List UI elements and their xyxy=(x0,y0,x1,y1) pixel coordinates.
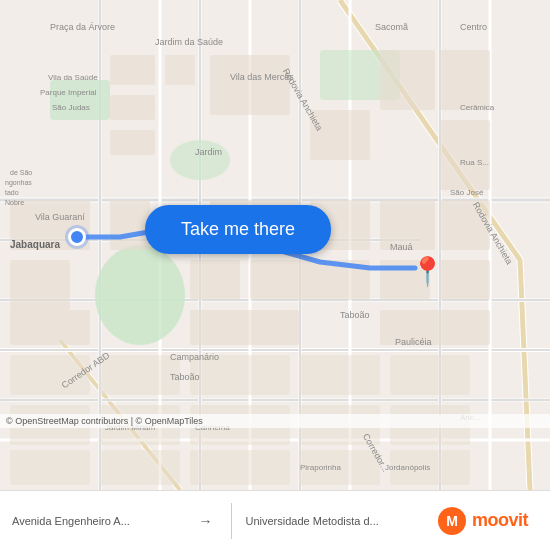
arrow-icon: → xyxy=(199,513,213,529)
origin-label: Avenida Engenheiro A... xyxy=(12,515,195,527)
svg-point-1 xyxy=(95,245,185,345)
svg-rect-13 xyxy=(440,120,490,190)
svg-rect-25 xyxy=(440,260,490,300)
svg-rect-11 xyxy=(380,50,435,110)
svg-text:Campanário: Campanário xyxy=(170,352,219,362)
destination-marker: 📍 xyxy=(410,258,445,286)
svg-text:Jordanópolis: Jordanópolis xyxy=(385,463,430,472)
svg-point-4 xyxy=(170,140,230,180)
svg-text:Piraporinha: Piraporinha xyxy=(300,463,341,472)
svg-rect-29 xyxy=(440,310,490,345)
attribution-text: © OpenStreetMap contributors | © OpenMap… xyxy=(6,416,203,426)
destination-label: Universidade Metodista d... xyxy=(246,515,429,527)
svg-text:Jardim: Jardim xyxy=(195,147,222,157)
svg-text:Nobre: Nobre xyxy=(5,199,24,206)
svg-rect-33 xyxy=(300,355,380,395)
svg-rect-6 xyxy=(165,55,195,85)
svg-text:Vila da Saúde: Vila da Saúde xyxy=(48,73,98,82)
svg-rect-7 xyxy=(110,95,155,120)
svg-text:Centro: Centro xyxy=(460,22,487,32)
footer-origin: Avenida Engenheiro A... xyxy=(12,515,195,527)
svg-text:Cerâmica: Cerâmica xyxy=(460,103,495,112)
svg-rect-22 xyxy=(250,260,310,300)
svg-text:Jardim da Saúde: Jardim da Saúde xyxy=(155,37,223,47)
moovit-logo-text: moovit xyxy=(472,510,528,531)
footer-divider xyxy=(231,503,232,539)
svg-rect-5 xyxy=(110,55,155,85)
svg-rect-18 xyxy=(110,200,150,250)
svg-text:Praça da Árvore: Praça da Árvore xyxy=(50,22,115,32)
svg-rect-20 xyxy=(10,260,70,310)
svg-rect-27 xyxy=(190,310,300,345)
svg-rect-8 xyxy=(110,130,155,155)
svg-text:Taboão: Taboão xyxy=(340,310,370,320)
svg-text:Sacomã: Sacomã xyxy=(375,22,408,32)
svg-rect-34 xyxy=(390,355,470,395)
moovit-logo: M moovit xyxy=(428,507,538,535)
moovit-icon: M xyxy=(438,507,466,535)
svg-text:Paulicéia: Paulicéia xyxy=(395,337,432,347)
svg-text:São José: São José xyxy=(450,188,484,197)
svg-text:Mauá: Mauá xyxy=(390,242,413,252)
svg-rect-2 xyxy=(50,80,110,120)
svg-text:Jabaquara: Jabaquara xyxy=(10,239,60,250)
svg-text:Parque Imperial: Parque Imperial xyxy=(40,88,97,97)
svg-rect-21 xyxy=(190,260,240,300)
svg-text:de São: de São xyxy=(10,169,32,176)
svg-rect-26 xyxy=(10,310,90,345)
svg-rect-31 xyxy=(100,355,180,395)
svg-text:Rua S...: Rua S... xyxy=(460,158,489,167)
svg-text:São Judas: São Judas xyxy=(52,103,90,112)
svg-text:ngonhas: ngonhas xyxy=(5,179,32,187)
svg-rect-23 xyxy=(310,260,370,300)
svg-rect-42 xyxy=(190,450,290,485)
footer-destination: Universidade Metodista d... xyxy=(246,515,429,527)
map-container: Praça da Árvore Vila da Saúde Parque Imp… xyxy=(0,0,550,490)
origin-marker xyxy=(68,228,86,246)
svg-rect-9 xyxy=(210,55,290,115)
svg-rect-12 xyxy=(440,50,490,110)
svg-text:Taboão: Taboão xyxy=(170,372,200,382)
svg-rect-40 xyxy=(10,450,90,485)
map-attribution: © OpenStreetMap contributors | © OpenMap… xyxy=(0,414,550,428)
svg-text:tado: tado xyxy=(5,189,19,196)
svg-text:Vila Guaraní: Vila Guaraní xyxy=(35,212,85,222)
svg-rect-41 xyxy=(100,450,180,485)
footer-bar: Avenida Engenheiro A... → Universidade M… xyxy=(0,490,550,550)
take-me-there-button[interactable]: Take me there xyxy=(145,205,331,254)
